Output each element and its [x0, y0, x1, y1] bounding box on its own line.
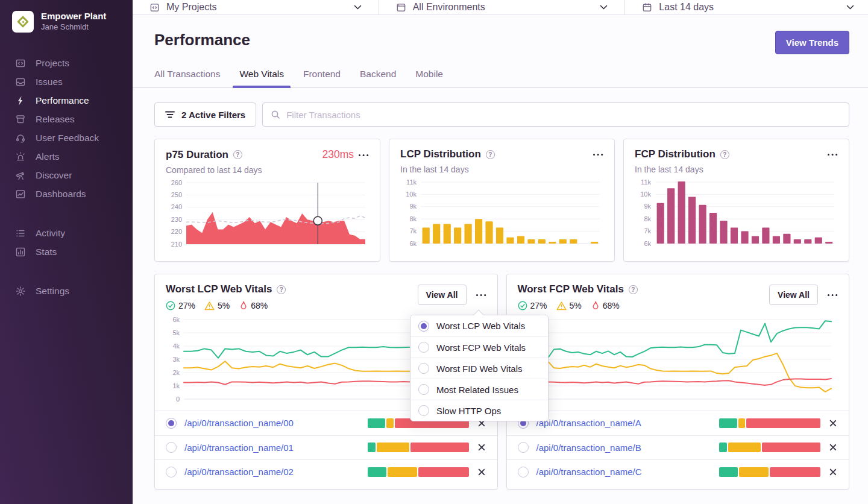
row-radio[interactable]	[166, 467, 177, 477]
menu-item-slow-http-ops[interactable]: Slow HTTP Ops	[410, 400, 548, 421]
transaction-link[interactable]: /api/0/transaction_name/B	[536, 443, 712, 453]
headset-icon	[15, 133, 26, 143]
tab-mobile[interactable]: Mobile	[415, 69, 443, 87]
transaction-link[interactable]: /api/0/transaction_name/C	[536, 467, 712, 477]
sidebar-item-issues[interactable]: Issues	[15, 77, 133, 87]
sidebar-item-activity[interactable]: Activity	[15, 228, 133, 239]
search-input[interactable]	[286, 110, 841, 120]
lcp-distribution-chart: 6k7k8k9k10k11k	[400, 178, 603, 253]
date-range-dropdown[interactable]: Last 14 days	[625, 0, 868, 14]
close-icon[interactable]	[828, 467, 838, 477]
close-icon[interactable]	[477, 467, 486, 477]
help-icon[interactable]	[486, 150, 495, 159]
projects-icon	[15, 58, 26, 69]
view-trends-button[interactable]: View Trends	[775, 31, 849, 54]
check-circle-icon	[518, 301, 527, 310]
poor-badge: 68%	[239, 301, 268, 310]
org-switcher[interactable]: Empower Plant Jane Schmidt	[0, 11, 133, 33]
svg-text:6k: 6k	[409, 240, 417, 247]
help-icon[interactable]	[629, 285, 638, 294]
svg-text:220: 220	[171, 228, 182, 235]
sidebar-item-alerts[interactable]: Alerts	[15, 151, 133, 162]
close-icon[interactable]	[828, 443, 838, 452]
vitals-stackbar	[719, 467, 820, 477]
sidebar-item-performance[interactable]: Performance	[15, 95, 133, 106]
close-icon[interactable]	[828, 418, 838, 428]
card-title: Worst LCP Web Vitals	[166, 283, 272, 295]
row-radio[interactable]	[166, 418, 177, 429]
active-filters-button[interactable]: 2 Active Filters	[154, 102, 256, 127]
card-title: Worst FCP Web Vitals	[518, 283, 624, 295]
transaction-link[interactable]: /api/0/transaction_name/A	[536, 418, 712, 428]
sidebar-item-user-feedback[interactable]: User Feedback	[15, 133, 133, 143]
card-title: FCP Distribution	[635, 148, 715, 160]
svg-text:3k: 3k	[172, 356, 180, 363]
close-icon[interactable]	[477, 443, 486, 452]
transaction-link[interactable]: /api/0/transaction_name/02	[184, 467, 360, 477]
search-icon	[271, 110, 280, 119]
worst-fcp-card: Worst FCP Web Vitals 27% 5%	[506, 274, 850, 490]
svg-text:10k: 10k	[640, 191, 651, 198]
performance-icon	[15, 95, 26, 106]
row-radio[interactable]	[166, 442, 177, 453]
view-all-button[interactable]: View All	[769, 285, 818, 305]
help-icon[interactable]	[277, 285, 286, 294]
siren-icon	[15, 151, 26, 162]
svg-text:8k: 8k	[644, 215, 651, 222]
check-circle-icon	[166, 301, 175, 310]
options-dots-icon[interactable]	[828, 291, 838, 299]
vitals-stackbar	[719, 418, 820, 428]
options-dots-icon[interactable]	[476, 291, 486, 299]
svg-text:240: 240	[171, 203, 182, 210]
row-radio[interactable]	[518, 467, 529, 477]
help-icon[interactable]	[720, 150, 729, 159]
tab-frontend[interactable]: Frontend	[303, 69, 341, 87]
transaction-link[interactable]: /api/0/transaction_name/00	[184, 418, 360, 428]
sidebar-item-releases[interactable]: Releases	[15, 114, 133, 125]
sidebar-item-settings[interactable]: Settings	[15, 286, 133, 297]
menu-item-worst-lcp[interactable]: Worst LCP Web Vitals	[410, 315, 548, 336]
main-area: My Projects All Environments Last 14 day…	[133, 0, 868, 504]
project-filter-dropdown[interactable]: My Projects	[133, 0, 379, 14]
environment-filter-dropdown[interactable]: All Environments	[379, 0, 626, 14]
tab-all-transactions[interactable]: All Transactions	[154, 69, 220, 87]
menu-item-worst-fid[interactable]: Worst FID Web Vitals	[410, 358, 548, 379]
table-row: /api/0/transaction_name/A	[507, 411, 849, 435]
chevron-down-icon	[354, 5, 362, 10]
svg-text:4k: 4k	[172, 342, 180, 350]
options-dots-icon[interactable]	[593, 150, 603, 159]
svg-text:11k: 11k	[406, 178, 417, 186]
view-all-button[interactable]: View All	[418, 285, 467, 305]
meh-badge: 5%	[556, 301, 582, 310]
svg-text:5k: 5k	[172, 329, 180, 336]
content: 2 Active Filters p75 Duration 230ms	[133, 88, 868, 504]
p75-duration-card: p75 Duration 230ms Compared to last 14 d…	[154, 139, 380, 262]
menu-item-worst-fcp[interactable]: Worst FCP Web Vitals	[410, 336, 548, 358]
performance-tabs: All Transactions Web Vitals Frontend Bac…	[133, 69, 868, 88]
table-row: /api/0/transaction_name/02	[155, 459, 497, 484]
card-subtitle: Compared to last 14 days	[166, 165, 369, 175]
bar-chart-icon	[15, 247, 26, 257]
tab-backend[interactable]: Backend	[360, 69, 396, 87]
menu-item-most-related-issues[interactable]: Most Related Issues	[410, 379, 548, 400]
card-subtitle: In the last 14 days	[400, 165, 603, 174]
sidebar-item-stats[interactable]: Stats	[15, 247, 133, 257]
transaction-list: /api/0/transaction_name/A /api/0/transac…	[507, 411, 849, 484]
sidebar-item-projects[interactable]: Projects	[15, 58, 133, 69]
options-dots-icon[interactable]	[359, 151, 369, 159]
svg-text:210: 210	[171, 241, 182, 248]
sidebar-item-dashboards[interactable]: Dashboards	[15, 189, 133, 200]
vitals-stackbar	[368, 467, 469, 477]
row-radio[interactable]	[518, 442, 529, 453]
tab-web-vitals[interactable]: Web Vitals	[239, 69, 284, 87]
fcp-distribution-card: FCP Distribution In the last 14 days 6k7…	[623, 139, 849, 262]
options-dots-icon[interactable]	[828, 150, 838, 159]
help-icon[interactable]	[233, 150, 242, 159]
transaction-link[interactable]: /api/0/transaction_name/01	[184, 443, 360, 453]
sidebar-item-discover[interactable]: Discover	[15, 170, 133, 181]
worst-fcp-chart: 01k2k3k4k5k6k	[507, 315, 849, 408]
org-logo	[12, 11, 34, 33]
menu-radio	[418, 342, 429, 353]
table-row: /api/0/transaction_name/01	[155, 435, 497, 460]
issues-icon	[15, 77, 26, 87]
